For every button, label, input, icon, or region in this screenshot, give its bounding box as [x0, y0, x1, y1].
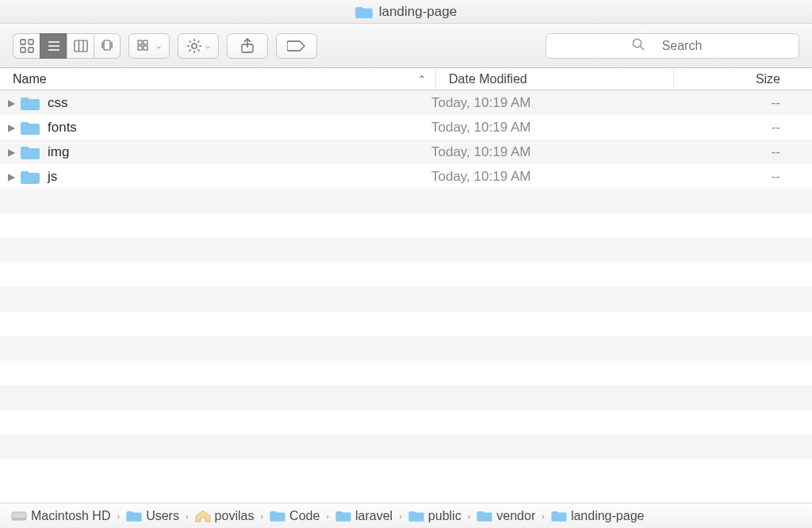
file-size: -- — [649, 169, 812, 185]
search-icon — [631, 37, 645, 54]
column-size[interactable]: Size — [674, 68, 812, 90]
chevron-right-icon: › — [259, 511, 265, 521]
svg-line-21 — [197, 49, 199, 51]
file-row[interactable]: ▶imgToday, 10:19 AM-- — [0, 140, 812, 164]
view-coverflow-button[interactable] — [94, 33, 121, 59]
svg-line-22 — [190, 49, 191, 51]
disclosure-triangle-icon[interactable]: ▶ — [0, 147, 16, 158]
view-icons-button[interactable] — [13, 33, 40, 59]
empty-row — [0, 189, 812, 213]
file-row[interactable]: ▶jsToday, 10:19 AM-- — [0, 164, 812, 189]
svg-rect-14 — [144, 46, 147, 50]
path-item[interactable]: public — [408, 509, 462, 523]
svg-rect-2 — [21, 48, 25, 52]
folder-icon — [16, 144, 48, 160]
folder-icon — [16, 120, 48, 136]
svg-rect-12 — [144, 40, 147, 44]
empty-row — [0, 410, 812, 434]
column-date[interactable]: Date Modified — [436, 68, 674, 90]
file-date: Today, 10:19 AM — [419, 169, 649, 185]
chevron-right-icon: › — [115, 511, 121, 521]
sort-asc-icon: ⌃ — [418, 74, 426, 85]
file-name: fonts — [48, 120, 419, 136]
path-item[interactable]: landing-page — [551, 509, 645, 523]
share-button[interactable] — [227, 33, 268, 59]
empty-row — [0, 336, 812, 361]
path-item[interactable]: laravel — [335, 509, 393, 523]
path-label: povilas — [215, 509, 255, 523]
file-list: ▶cssToday, 10:19 AM--▶fontsToday, 10:19 … — [0, 90, 812, 503]
svg-rect-0 — [21, 40, 25, 44]
svg-rect-13 — [138, 46, 142, 50]
path-item[interactable]: povilas — [195, 509, 255, 523]
folder-icon — [16, 169, 48, 185]
arrange-button[interactable]: ⌵ — [128, 33, 170, 59]
file-name: css — [48, 95, 419, 111]
chevron-down-icon: ⌵ — [156, 41, 161, 50]
svg-rect-7 — [75, 40, 87, 52]
action-button[interactable]: ⌵ — [178, 33, 219, 59]
view-mode-group — [13, 33, 121, 59]
svg-rect-28 — [12, 518, 26, 520]
empty-row — [0, 213, 812, 238]
empty-row — [0, 361, 812, 385]
svg-point-25 — [633, 39, 641, 47]
path-label: Code — [289, 509, 320, 523]
path-label: landing-page — [571, 509, 645, 523]
empty-row — [0, 287, 812, 312]
column-name[interactable]: Name ⌃ — [0, 68, 436, 90]
path-label: Users — [146, 509, 179, 523]
svg-point-15 — [192, 43, 197, 48]
chevron-right-icon: › — [540, 511, 546, 521]
empty-row — [0, 262, 812, 287]
path-item[interactable]: vendor — [477, 509, 535, 523]
svg-rect-11 — [138, 40, 142, 44]
disclosure-triangle-icon[interactable]: ▶ — [0, 122, 16, 133]
chevron-right-icon: › — [397, 511, 404, 521]
column-size-label: Size — [756, 72, 780, 86]
svg-rect-1 — [29, 40, 33, 44]
disk-icon — [11, 510, 27, 522]
empty-row — [0, 238, 812, 262]
file-date: Today, 10:19 AM — [419, 144, 649, 160]
file-size: -- — [649, 120, 812, 136]
disclosure-triangle-icon[interactable]: ▶ — [0, 98, 16, 109]
svg-line-20 — [190, 40, 191, 42]
window-title: landing-page — [379, 4, 457, 20]
folder-icon — [355, 5, 373, 19]
path-item[interactable]: Macintosh HD — [11, 509, 110, 523]
column-name-label: Name — [13, 72, 47, 86]
file-date: Today, 10:19 AM — [419, 95, 649, 111]
disclosure-triangle-icon[interactable]: ▶ — [0, 171, 16, 182]
search-input[interactable] — [650, 39, 714, 53]
folder-icon — [335, 510, 351, 522]
chevron-right-icon: › — [184, 511, 190, 521]
chevron-right-icon: › — [324, 511, 331, 521]
chevron-down-icon: ⌵ — [205, 41, 210, 50]
file-size: -- — [649, 144, 812, 160]
path-item[interactable]: Code — [270, 509, 320, 523]
svg-rect-10 — [104, 40, 110, 50]
toolbar: ⌵ ⌵ — [0, 24, 812, 68]
file-date: Today, 10:19 AM — [419, 120, 649, 136]
folder-icon — [408, 510, 424, 522]
tag-button[interactable] — [276, 33, 317, 59]
file-row[interactable]: ▶fontsToday, 10:19 AM-- — [0, 115, 812, 140]
path-label: public — [428, 509, 462, 523]
file-row[interactable]: ▶cssToday, 10:19 AM-- — [0, 90, 812, 115]
folder-icon — [551, 510, 567, 522]
chevron-right-icon: › — [466, 511, 473, 521]
empty-row — [0, 385, 812, 410]
view-list-button[interactable] — [40, 33, 67, 59]
folder-icon — [270, 510, 285, 522]
empty-row — [0, 434, 812, 459]
folder-icon — [477, 510, 492, 522]
folder-icon — [126, 510, 142, 522]
column-header: Name ⌃ Date Modified Size — [0, 68, 812, 90]
path-item[interactable]: Users — [126, 509, 179, 523]
search-field[interactable] — [546, 33, 799, 59]
svg-line-26 — [641, 47, 645, 51]
column-date-label: Date Modified — [449, 72, 527, 86]
path-label: Macintosh HD — [31, 509, 110, 523]
view-columns-button[interactable] — [67, 33, 94, 59]
